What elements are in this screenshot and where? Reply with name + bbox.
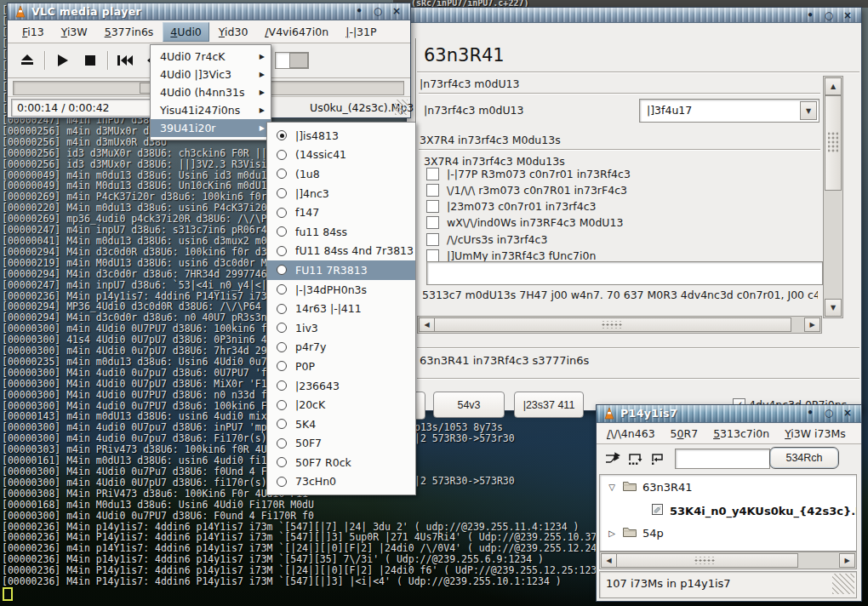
menubar-item[interactable]: 4Udi0 bbox=[163, 22, 208, 42]
checkbox[interactable] bbox=[426, 168, 439, 180]
checkbox[interactable] bbox=[426, 249, 439, 262]
scrollbar-thumb[interactable] bbox=[434, 317, 791, 332]
horizontal-scrollbar[interactable]: ◀ ▶ bbox=[599, 552, 857, 569]
checkbox[interactable] bbox=[426, 200, 439, 213]
checkbox[interactable] bbox=[426, 216, 439, 229]
equalizer-preset-option[interactable]: 5K4 bbox=[267, 414, 415, 434]
checkbox[interactable] bbox=[426, 233, 439, 246]
volume-slider-handle[interactable] bbox=[289, 53, 308, 68]
equalizer-preset-option[interactable]: 50F7 bbox=[267, 434, 415, 454]
playlist-menubar-item[interactable]: Yi3W i73Ms bbox=[778, 425, 853, 443]
menubar-item[interactable]: |-|31P bbox=[338, 22, 384, 42]
module-checkbox-row[interactable]: wX\/\/ind0Ws in73RF4c3 M0dU13 bbox=[426, 216, 623, 230]
equalizer-preset-option[interactable]: 1iv3 bbox=[267, 318, 415, 338]
maximize-button[interactable]: ○ bbox=[822, 406, 836, 420]
equalizer-preset-option[interactable]: p4r7y bbox=[267, 338, 415, 357]
equalizer-preset-option[interactable]: (1u8 bbox=[267, 164, 415, 184]
save-button[interactable]: 54v3 bbox=[433, 392, 505, 418]
previous-button[interactable] bbox=[114, 50, 136, 71]
module-checkbox-row[interactable]: /\/cUrs3s in73rf4c3 bbox=[426, 232, 547, 246]
minimize-button[interactable]: • bbox=[803, 406, 817, 420]
playlist-menubar-item[interactable]: 5313c7i0n bbox=[706, 425, 776, 443]
audio-menu-item[interactable]: Yisu41i247i0ns ▶ bbox=[151, 101, 271, 119]
vlc-titlebar[interactable]: VLC media player • ○ × bbox=[8, 3, 410, 20]
equalizer-preset-option[interactable]: (14ssic41 bbox=[267, 146, 415, 165]
resize-grip[interactable] bbox=[832, 574, 854, 594]
tree-expanded-icon[interactable]: ▽ bbox=[607, 483, 617, 492]
eject-button[interactable] bbox=[16, 50, 38, 71]
folder-icon bbox=[622, 526, 637, 540]
interface-module-select[interactable]: |]3f4u17 ▼ bbox=[639, 99, 819, 123]
maximize-button[interactable]: ○ bbox=[371, 4, 385, 18]
scroll-up-icon[interactable]: ▲ bbox=[825, 77, 842, 95]
loop-button[interactable] bbox=[624, 449, 646, 469]
audio-menu-item[interactable]: 4Udi0 |]3Vic3 ▶ bbox=[151, 66, 271, 83]
stop-button[interactable] bbox=[79, 50, 101, 71]
equalizer-preset-option[interactable]: f147 bbox=[267, 203, 415, 222]
scrollbar-thumb[interactable] bbox=[825, 95, 842, 191]
menubar-item[interactable]: Yid30 bbox=[211, 22, 256, 42]
menubar-item[interactable]: Yi3W bbox=[54, 22, 95, 42]
equalizer-preset-option[interactable]: |236643 bbox=[267, 376, 415, 396]
scroll-down-icon[interactable]: ▼ bbox=[825, 299, 842, 317]
scroll-right-icon[interactable]: ▶ bbox=[839, 553, 855, 568]
checkbox-label: |]UmMy in73Rf4c3 fUnc7i0n bbox=[447, 249, 596, 262]
radio-icon bbox=[277, 304, 287, 314]
equalizer-preset-option[interactable]: FU11 7R3813 bbox=[267, 260, 415, 280]
volume-slider[interactable] bbox=[275, 52, 309, 69]
scroll-left-icon[interactable]: ◀ bbox=[419, 317, 435, 332]
equalizer-preset-option[interactable]: 14r63 |-|411 bbox=[267, 299, 415, 318]
module-checkbox-row[interactable]: |-|77P R3m073 c0n7r01 in73Rf4c3 bbox=[426, 167, 631, 180]
playlist-menubar-item[interactable]: 50R7 bbox=[664, 425, 705, 443]
scroll-right-icon[interactable]: ▶ bbox=[804, 317, 820, 332]
scroll-left-icon[interactable]: ◀ bbox=[601, 553, 617, 568]
module-checkbox-row[interactable]: \/1/\/\ r3m073 c0n7R01 in73rF4c3 bbox=[426, 183, 627, 197]
equalizer-preset-option[interactable]: P0P bbox=[267, 357, 415, 376]
resize-grip[interactable] bbox=[395, 100, 408, 115]
checkbox-label: \/1/\/\ r3m073 c0n7R01 in73rF4c3 bbox=[447, 184, 627, 197]
play-button[interactable] bbox=[51, 50, 73, 71]
equalizer-preset-label: |]4nc3 bbox=[295, 187, 329, 200]
tree-group-row[interactable]: ▽ 63n3R41 bbox=[607, 480, 693, 495]
close-button[interactable]: × bbox=[841, 406, 854, 420]
vertical-scrollbar[interactable]: ▲ ▼ bbox=[823, 76, 843, 318]
reset-all-button[interactable]: |23s37 411 bbox=[514, 392, 584, 418]
tree-item-row[interactable]: 53K4i_n0_y4KUs0ku_{42s3c}.Mp3 bbox=[651, 503, 857, 518]
equalizer-preset-option[interactable]: |]4nc3 bbox=[267, 184, 415, 203]
audio-menu-item[interactable]: 4Udi0 7r4cK ▶ bbox=[151, 48, 271, 66]
equalizer-preset-option[interactable]: 50F7 R0ck bbox=[267, 453, 415, 472]
equalizer-preset-option[interactable]: fU11 84ss 4nd 7r3813 bbox=[267, 242, 415, 261]
menubar-item[interactable]: Fi13 bbox=[14, 22, 52, 42]
chevron-down-icon[interactable]: ▼ bbox=[800, 101, 817, 120]
modules-text-input[interactable] bbox=[426, 261, 823, 285]
equalizer-preset-label: P0P bbox=[295, 360, 315, 373]
equalizer-preset-option[interactable]: |]is4813 bbox=[267, 126, 415, 146]
equalizer-preset-option[interactable]: |20cK bbox=[267, 395, 415, 414]
maximize-button[interactable]: ○ bbox=[822, 9, 836, 22]
module-checkbox-row[interactable]: |23m073 c0n7r01 in73rf4c3 bbox=[426, 200, 596, 214]
search-button[interactable]: 534Rch bbox=[769, 447, 839, 469]
playlist-menubar-item[interactable]: /\/\4n463 bbox=[600, 425, 662, 443]
tree-group-row[interactable]: ▷ 54p bbox=[607, 526, 664, 540]
checkbox-label: |-|77P R3m073 c0n7r01 in73Rf4c3 bbox=[447, 168, 631, 180]
preferences-titlebar[interactable]: • ○ × bbox=[407, 8, 861, 23]
tree-collapsed-icon[interactable]: ▷ bbox=[607, 529, 617, 538]
audio-menu-item[interactable]: 39U41i20r ▶ bbox=[151, 119, 271, 137]
horizontal-scrollbar[interactable]: ◀ ▶ bbox=[417, 316, 822, 334]
equalizer-preset-option[interactable]: |-|34dPH0n3s bbox=[267, 280, 415, 300]
minimize-button[interactable]: • bbox=[352, 4, 366, 18]
close-button[interactable]: × bbox=[841, 9, 854, 22]
scrollbar-thumb[interactable] bbox=[616, 553, 798, 568]
close-button[interactable]: × bbox=[390, 4, 403, 18]
menubar-item[interactable]: 5377in6s bbox=[97, 22, 162, 42]
random-order-button[interactable] bbox=[602, 449, 624, 469]
repeat-one-button[interactable] bbox=[646, 449, 668, 469]
menubar-item[interactable]: /V4vi647i0n bbox=[257, 22, 336, 42]
search-input[interactable] bbox=[675, 449, 770, 469]
minimize-button[interactable]: • bbox=[803, 9, 817, 22]
playlist-titlebar[interactable]: P14y1is7 • ○ × bbox=[597, 405, 861, 423]
equalizer-preset-option[interactable]: fu11 84ss bbox=[267, 222, 415, 242]
checkbox[interactable] bbox=[426, 184, 439, 197]
audio-menu-item[interactable]: 4Udi0 (h4nn31s ▶ bbox=[151, 83, 271, 101]
equalizer-preset-option[interactable]: 73cHn0 bbox=[267, 472, 415, 492]
